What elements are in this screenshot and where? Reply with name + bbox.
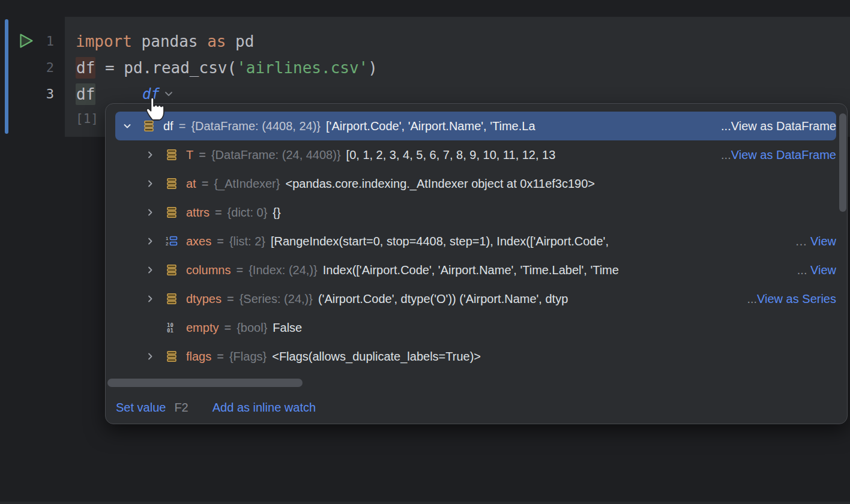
view-as-dataframe-link[interactable]: View as DataFrame (731, 119, 836, 133)
variable-value: ['Airport.Code', 'Airport.Name', 'Time.L… (326, 119, 721, 133)
variable-value: ('Airport.Code', dtype('O')) ('Airport.N… (318, 292, 747, 306)
vertical-scrollbar[interactable] (839, 113, 846, 212)
variable-row-columns[interactable]: columns = {Index: (24,)} Index(['Airport… (115, 256, 836, 284)
variable-row-at[interactable]: at = {_AtIndexer} <pandas.core.indexing.… (115, 169, 836, 198)
list-icon: 12 (166, 235, 179, 247)
variable-type: {dict: 0} (228, 206, 268, 220)
dataframe-icon (166, 293, 179, 305)
variable-row-flags[interactable]: flags = {Flags} <Flags(allows_duplicate_… (115, 342, 836, 371)
variables-inspection-popup: df = {DataFrame: (4408, 24)} ['Airport.C… (105, 103, 848, 424)
bottom-panel-edge (0, 502, 850, 504)
token-df-highlighted: df (76, 83, 95, 105)
inline-variable-hint-df[interactable]: df (142, 86, 173, 103)
line-number-3: 3 (24, 86, 54, 103)
keyword-import: import (76, 32, 132, 50)
ellipsis: ... (797, 263, 810, 277)
token-pd: pd (226, 32, 254, 50)
chevron-right-icon[interactable] (145, 352, 161, 361)
variables-tree: df = {DataFrame: (4408, 24)} ['Airport.C… (106, 104, 847, 371)
keyword-as: as (207, 32, 226, 50)
line-number-2: 2 (24, 59, 54, 76)
variable-value: [RangeIndex(start=0, stop=4408, step=1),… (271, 235, 795, 248)
chevron-right-icon[interactable] (145, 294, 161, 304)
variable-type: {Index: (24,)} (249, 263, 318, 277)
svg-text:1: 1 (166, 236, 169, 241)
variable-name: columns (186, 263, 231, 277)
equals-sign: = (199, 148, 206, 162)
ellipsis: ... (721, 119, 731, 133)
svg-text:01: 01 (167, 328, 173, 334)
equals-sign: = (217, 235, 224, 248)
variable-type: {bool} (237, 321, 267, 335)
inline-hint-label: df (142, 86, 160, 103)
variable-type: {list: 2} (229, 235, 265, 248)
equals-sign: = (179, 119, 186, 133)
chevron-right-icon[interactable] (145, 236, 161, 246)
variable-type: {_AtIndexer} (214, 177, 280, 191)
equals-sign: = (215, 206, 222, 220)
token-pandas: pandas (132, 32, 207, 50)
variable-name: dtypes (186, 292, 222, 306)
variable-value: [0, 1, 2, 3, 4, 5, 6, 7, 8, 9, 10, 11, 1… (346, 148, 721, 162)
variable-value: <pandas.core.indexing._AtIndexer object … (285, 177, 836, 191)
chevron-right-icon[interactable] (145, 179, 161, 188)
equals-sign: = (217, 350, 224, 364)
token-df-highlighted: df (76, 57, 95, 79)
execution-count: [1] (76, 112, 98, 126)
variable-row-T[interactable]: T = {DataFrame: (24, 4408)} [0, 1, 2, 3,… (115, 140, 836, 169)
line-number-1: 1 (24, 33, 54, 50)
variable-row-empty[interactable]: 1001 empty = {bool} False (115, 313, 836, 342)
cell-focus-bar (5, 19, 8, 134)
variable-row-attrs[interactable]: attrs = {dict: 0} {} (115, 198, 836, 227)
variable-value: False (273, 321, 836, 335)
code-line-2[interactable]: df = pd.read_csv('airlines.csv') (76, 55, 378, 81)
dataframe-icon (166, 149, 179, 161)
chevron-right-icon[interactable] (145, 150, 161, 160)
view-link[interactable]: View (810, 263, 836, 277)
ellipsis: ... (721, 148, 731, 162)
ellipsis: ... (747, 292, 757, 306)
chevron-expanded-icon[interactable] (122, 121, 138, 131)
chevron-down-icon[interactable] (164, 91, 173, 97)
dataframe-icon (166, 178, 179, 190)
variable-row-df[interactable]: df = {DataFrame: (4408, 24)} ['Airport.C… (115, 112, 836, 140)
variable-name: flags (186, 350, 211, 364)
variable-name: axes (186, 235, 211, 248)
dataframe-icon (166, 206, 179, 218)
view-as-series-link[interactable]: View as Series (757, 292, 836, 306)
variable-type: {DataFrame: (24, 4408)} (211, 148, 341, 162)
string-airlines-csv: 'airlines.csv' (237, 59, 368, 77)
variable-type: {Series: (24,)} (240, 292, 313, 306)
equals-sign: = (224, 321, 231, 335)
chevron-right-icon[interactable] (145, 208, 161, 217)
svg-text:2: 2 (166, 241, 169, 247)
equals-sign: = (236, 263, 243, 277)
variable-row-dtypes[interactable]: dtypes = {Series: (24,)} ('Airport.Code'… (115, 284, 836, 313)
dataframe-icon (143, 120, 156, 132)
view-link[interactable]: View (810, 235, 836, 248)
binary-icon: 1001 (166, 322, 179, 334)
popup-footer: Set value F2 Add as inline watch (116, 399, 316, 416)
add-as-inline-watch-link[interactable]: Add as inline watch (212, 401, 316, 415)
token-read-csv-call: = pd.read_csv( (95, 59, 237, 77)
variable-name: df (163, 119, 173, 133)
variable-name: empty (186, 321, 219, 335)
variable-row-axes[interactable]: 12 axes = {list: 2} [RangeIndex(start=0,… (115, 227, 836, 256)
dataframe-icon (166, 264, 179, 276)
code-line-3[interactable]: df (76, 81, 95, 107)
equals-sign: = (227, 292, 234, 306)
ellipsis: … (795, 235, 810, 248)
view-as-dataframe-link[interactable]: View as DataFrame (731, 148, 836, 162)
set-value-link[interactable]: Set value (116, 401, 166, 415)
variable-name: at (186, 177, 196, 191)
variable-value: <Flags(allows_duplicate_labels=True)> (272, 350, 836, 364)
equals-sign: = (202, 177, 209, 191)
variable-type: {DataFrame: (4408, 24)} (191, 119, 321, 133)
horizontal-scrollbar[interactable] (107, 379, 303, 387)
code-line-1[interactable]: import pandas as pd (76, 28, 254, 55)
token-close-paren: ) (368, 59, 378, 77)
variable-type: {Flags} (229, 350, 267, 364)
variable-value: Index(['Airport.Code', 'Airport.Name', '… (323, 263, 797, 277)
chevron-right-icon[interactable] (145, 265, 161, 275)
variable-name: T (186, 148, 193, 162)
